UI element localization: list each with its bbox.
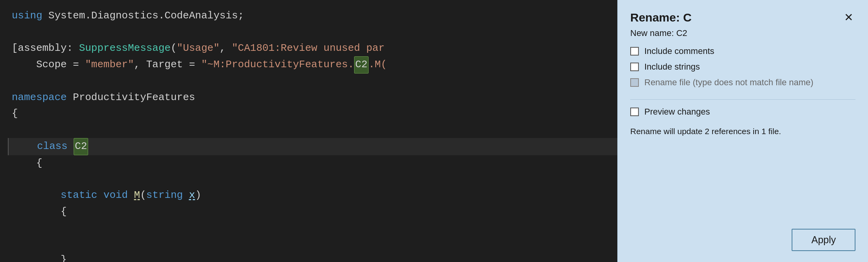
- options-group: Include comments Include strings Rename …: [630, 46, 855, 88]
- code-line-8: static void M(string x): [8, 187, 617, 204]
- token-method-m: M: [134, 187, 140, 204]
- code-line-9: {: [8, 204, 617, 220]
- empty-line-2: [8, 74, 617, 90]
- include-comments-checkbox[interactable]: [630, 47, 639, 56]
- token-static: static: [61, 187, 98, 204]
- token-namespace: namespace: [12, 90, 67, 106]
- rename-info-text: Rename will update 2 references in 1 fil…: [630, 126, 855, 137]
- apply-button-row: Apply: [630, 229, 855, 251]
- close-button[interactable]: ✕: [842, 11, 855, 24]
- token-string-kw: string: [146, 187, 183, 204]
- code-line-2: [assembly: SuppressMessage("Usage", "CA1…: [8, 40, 617, 57]
- rename-header: Rename: C ✕: [630, 11, 855, 24]
- empty-line-1: [8, 24, 617, 40]
- code-line-3: Scope = "member", Target = "~M:Productiv…: [8, 56, 617, 74]
- rename-panel: Rename: C ✕ New name: C2 Include comment…: [617, 0, 868, 262]
- token-param-x: x: [189, 187, 195, 204]
- token-class: class: [37, 138, 67, 155]
- preview-changes-label: Preview changes: [644, 107, 710, 117]
- c2-highlight-2: C2: [74, 138, 88, 155]
- code-line-1: using System.Diagnostics.CodeAnalysis;: [8, 8, 617, 24]
- code-editor: using System.Diagnostics.CodeAnalysis; […: [0, 0, 617, 262]
- code-line-4: namespace ProductivityFeatures: [8, 90, 617, 106]
- code-line-5: {: [8, 106, 617, 122]
- empty-line-4: [8, 171, 617, 187]
- rename-file-label: Rename file (type does not match file na…: [644, 77, 814, 88]
- include-strings-checkbox[interactable]: [630, 63, 639, 71]
- preview-changes-checkbox[interactable]: [630, 108, 639, 116]
- code-line-7: {: [8, 155, 617, 172]
- new-name-display: New name: C2: [630, 28, 855, 38]
- rename-title: Rename: C: [630, 11, 692, 24]
- token-using: using: [12, 8, 42, 24]
- divider: [630, 99, 855, 100]
- empty-line-5: [8, 220, 617, 236]
- option-include-strings: Include strings: [630, 62, 855, 72]
- option-rename-file: Rename file (type does not match file na…: [630, 77, 855, 88]
- apply-button[interactable]: Apply: [792, 229, 855, 251]
- token-void: void: [103, 187, 128, 204]
- include-comments-label: Include comments: [644, 46, 714, 56]
- empty-line-6: [8, 236, 617, 252]
- option-preview-changes: Preview changes: [630, 107, 855, 117]
- option-include-comments: Include comments: [630, 46, 855, 56]
- rename-file-checkbox[interactable]: [630, 78, 639, 87]
- code-line-6: class C2: [8, 138, 617, 155]
- include-strings-label: Include strings: [644, 62, 700, 72]
- c2-highlight-1: C2: [354, 56, 369, 74]
- code-line-10: }: [8, 252, 617, 262]
- empty-line-3: [8, 122, 617, 138]
